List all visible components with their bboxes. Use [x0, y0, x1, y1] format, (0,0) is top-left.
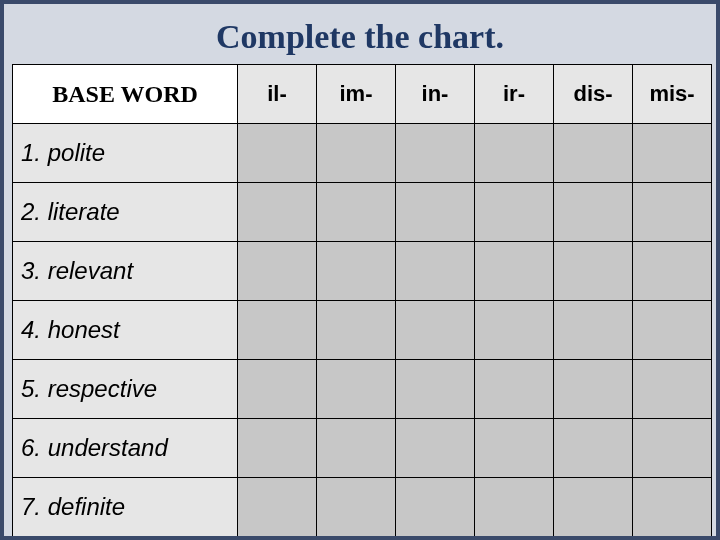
answer-cell[interactable] — [554, 360, 633, 419]
answer-cell[interactable] — [554, 301, 633, 360]
answer-cell[interactable] — [317, 301, 396, 360]
base-word-cell: 6. understand — [13, 419, 238, 478]
table-row: 2. literate — [13, 183, 712, 242]
answer-cell[interactable] — [554, 419, 633, 478]
table-row: 4. honest — [13, 301, 712, 360]
answer-cell[interactable] — [317, 124, 396, 183]
page-title: Complete the chart. — [4, 4, 716, 64]
answer-cell[interactable] — [317, 478, 396, 537]
base-word-cell: 3. relevant — [13, 242, 238, 301]
header-base-word: BASE WORD — [13, 65, 238, 124]
prefix-chart-table: BASE WORD il- im- in- ir- dis- mis- 1. p… — [12, 64, 712, 537]
header-prefix-mis: mis- — [633, 65, 712, 124]
base-word-cell: 1. polite — [13, 124, 238, 183]
base-word-cell: 7. definite — [13, 478, 238, 537]
answer-cell[interactable] — [238, 478, 317, 537]
answer-cell[interactable] — [238, 419, 317, 478]
answer-cell[interactable] — [475, 419, 554, 478]
answer-cell[interactable] — [396, 124, 475, 183]
answer-cell[interactable] — [396, 360, 475, 419]
base-word-cell: 2. literate — [13, 183, 238, 242]
answer-cell[interactable] — [396, 183, 475, 242]
answer-cell[interactable] — [238, 183, 317, 242]
table-row: 1. polite — [13, 124, 712, 183]
table-row: 5. respective — [13, 360, 712, 419]
answer-cell[interactable] — [475, 242, 554, 301]
answer-cell[interactable] — [396, 478, 475, 537]
base-word-cell: 4. honest — [13, 301, 238, 360]
answer-cell[interactable] — [317, 183, 396, 242]
answer-cell[interactable] — [238, 301, 317, 360]
answer-cell[interactable] — [475, 360, 554, 419]
answer-cell[interactable] — [238, 242, 317, 301]
answer-cell[interactable] — [554, 124, 633, 183]
answer-cell[interactable] — [317, 419, 396, 478]
answer-cell[interactable] — [475, 183, 554, 242]
answer-cell[interactable] — [554, 242, 633, 301]
answer-cell[interactable] — [238, 124, 317, 183]
answer-cell[interactable] — [396, 242, 475, 301]
header-prefix-dis: dis- — [554, 65, 633, 124]
base-word-cell: 5. respective — [13, 360, 238, 419]
header-prefix-in: in- — [396, 65, 475, 124]
answer-cell[interactable] — [475, 301, 554, 360]
answer-cell[interactable] — [633, 301, 712, 360]
answer-cell[interactable] — [633, 124, 712, 183]
answer-cell[interactable] — [633, 478, 712, 537]
table-row: 7. definite — [13, 478, 712, 537]
answer-cell[interactable] — [238, 360, 317, 419]
answer-cell[interactable] — [317, 242, 396, 301]
answer-cell[interactable] — [633, 183, 712, 242]
table-row: 6. understand — [13, 419, 712, 478]
answer-cell[interactable] — [396, 301, 475, 360]
chart-body: 1. polite 2. literate 3. relevant — [13, 124, 712, 537]
answer-cell[interactable] — [633, 242, 712, 301]
table-row: 3. relevant — [13, 242, 712, 301]
header-prefix-ir: ir- — [475, 65, 554, 124]
answer-cell[interactable] — [317, 360, 396, 419]
header-prefix-il: il- — [238, 65, 317, 124]
answer-cell[interactable] — [475, 478, 554, 537]
header-prefix-im: im- — [317, 65, 396, 124]
answer-cell[interactable] — [633, 419, 712, 478]
chart-container: BASE WORD il- im- in- ir- dis- mis- 1. p… — [4, 64, 716, 540]
answer-cell[interactable] — [554, 183, 633, 242]
answer-cell[interactable] — [475, 124, 554, 183]
answer-cell[interactable] — [633, 360, 712, 419]
answer-cell[interactable] — [554, 478, 633, 537]
header-row: BASE WORD il- im- in- ir- dis- mis- — [13, 65, 712, 124]
answer-cell[interactable] — [396, 419, 475, 478]
